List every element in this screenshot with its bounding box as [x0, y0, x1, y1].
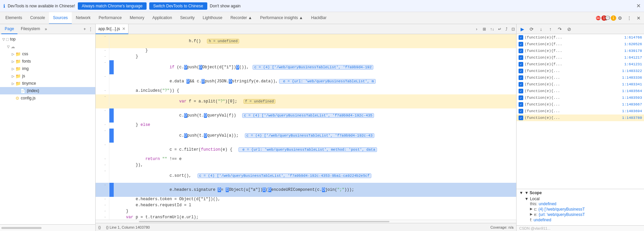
list-item[interactable]: (function(e){f... 1:639178: [517, 48, 644, 54]
scope-var-c[interactable]: ▶ c: (4) ['/web/queryBusinessT: [530, 207, 641, 212]
tab-lighthouse[interactable]: Lighthouse: [199, 12, 226, 24]
tab-memory[interactable]: Memory: [126, 12, 148, 24]
more-editor-options-icon[interactable]: ⊡: [510, 27, 516, 31]
breakpoint-checkbox[interactable]: [519, 75, 523, 80]
breakpoint-checkbox[interactable]: [519, 95, 523, 100]
step-out-button[interactable]: ↑: [546, 25, 555, 33]
jump-to-line-icon[interactable]: ↑↓: [489, 27, 495, 31]
sub-tab-filesystem[interactable]: Filesystem: [17, 24, 43, 34]
breakpoint-checkbox[interactable]: [519, 42, 523, 47]
step-into-button[interactable]: ↓: [537, 25, 545, 33]
tab-performance-insights[interactable]: Performance insights ▲: [256, 12, 307, 24]
line-breakpoint-area[interactable]: [109, 94, 114, 108]
resume-button[interactable]: ▶: [518, 25, 527, 33]
scope-header[interactable]: ▼ ▼ Scope: [519, 190, 641, 195]
add-tab-icon[interactable]: ›: [473, 24, 480, 34]
line-breakpoint-area[interactable]: [109, 54, 114, 60]
list-item[interactable]: (function(e){... 1:1403322: [517, 68, 644, 74]
tab-elements[interactable]: Elements: [1, 12, 26, 24]
tree-item-fonts[interactable]: ▷ 📁 fonts: [0, 58, 95, 65]
tree-item-index[interactable]: 📄 (index): [0, 87, 95, 94]
breakpoint-checkbox[interactable]: [519, 55, 523, 60]
breakpoint-checkbox[interactable]: [519, 109, 523, 113]
breakpoint-checkbox[interactable]: [519, 35, 523, 40]
warning-badge[interactable]: 💬 1: [606, 14, 614, 22]
breakpoint-checkbox[interactable]: [519, 116, 523, 120]
list-item[interactable]: (function(e){... 1:1403336: [517, 74, 644, 81]
settings-icon[interactable]: ⚙: [616, 14, 624, 22]
more-tabs-icon[interactable]: ⋮: [87, 27, 94, 31]
line-breakpoint-area[interactable]: [109, 209, 114, 215]
list-item[interactable]: (function(e){... 1:1403564: [517, 88, 644, 94]
close-devtools-icon[interactable]: ✕: [635, 14, 643, 22]
tab-console[interactable]: Console: [26, 12, 49, 24]
new-snippet-icon[interactable]: +: [82, 27, 87, 31]
breakpoint-checkbox[interactable]: [519, 102, 523, 107]
error-badge[interactable]: ⛔ 1: [597, 14, 605, 22]
line-breakpoint-area[interactable]: [109, 34, 114, 48]
breakpoint-checkbox[interactable]: [519, 89, 523, 93]
tree-item-js[interactable]: ▷ 📁 js: [0, 72, 95, 80]
step-button[interactable]: ↷: [555, 25, 564, 33]
line-breakpoint-area[interactable]: [109, 163, 114, 169]
sub-tab-more-icon[interactable]: »: [43, 27, 48, 31]
line-breakpoint-area[interactable]: [109, 183, 114, 197]
scrollbar-thumb-h[interactable]: [139, 221, 390, 222]
tree-item-css[interactable]: ▷ 📁 css: [0, 50, 95, 58]
horizontal-scrollbar-editor[interactable]: [96, 220, 516, 223]
line-breakpoint-area[interactable]: [109, 123, 114, 129]
dont-show-again-link[interactable]: Don't show again: [210, 4, 241, 8]
tab-performance[interactable]: Performance: [95, 12, 126, 24]
scope-var-e[interactable]: ▶ e: {url: 'web/queryBusinessT: [530, 212, 641, 217]
list-item[interactable]: (function(e){f... 1:620526: [517, 41, 644, 48]
match-language-button[interactable]: Always match Chrome's language: [78, 2, 147, 10]
line-breakpoint-area[interactable]: [109, 203, 114, 209]
list-item[interactable]: (function(e){... 1:1403593: [517, 94, 644, 101]
tree-item-tinymce[interactable]: ▷ 📁 tinymce: [0, 80, 95, 87]
horizontal-scrollbar[interactable]: [1, 227, 42, 229]
list-item[interactable]: (function(e){... 1:1403694: [517, 108, 644, 114]
tab-security[interactable]: Security: [176, 12, 199, 24]
tree-item-top[interactable]: ▽ □ top: [0, 35, 95, 43]
tab-network[interactable]: Network: [72, 12, 95, 24]
line-breakpoint-area[interactable]: [109, 48, 114, 54]
line-breakpoint-area[interactable]: [109, 143, 114, 157]
switch-chinese-button[interactable]: Switch DevTools to Chinese: [149, 2, 207, 10]
line-breakpoint-area[interactable]: [109, 88, 114, 94]
line-breakpoint-area[interactable]: [109, 157, 114, 163]
file-tab-close-icon[interactable]: ✕: [122, 26, 125, 31]
tab-hackbar[interactable]: HackBar: [307, 12, 330, 24]
breakpoint-checkbox[interactable]: [519, 82, 523, 87]
tree-item-configjs[interactable]: ⚙ config.js: [0, 94, 95, 102]
breakpoint-checkbox[interactable]: [519, 49, 523, 53]
tab-sources[interactable]: Sources: [49, 12, 72, 24]
line-breakpoint-area[interactable]: [109, 169, 114, 183]
list-item-selected[interactable]: (function(e){... 1:1403780: [517, 114, 644, 121]
list-item[interactable]: (function(e){f... 1:641217: [517, 54, 644, 61]
notif-close-icon[interactable]: ✕: [636, 3, 641, 9]
more-options-icon[interactable]: ⋮: [625, 14, 633, 22]
tab-recorder[interactable]: Recorder ▲: [226, 12, 256, 24]
line-breakpoint-area[interactable]: [109, 197, 114, 203]
search-in-file-icon[interactable]: ⤴: [504, 27, 509, 31]
list-item[interactable]: (function(e){f... 1:614766: [517, 34, 644, 41]
line-breakpoint-area[interactable]: [109, 108, 114, 123]
tab-application[interactable]: Application: [148, 12, 176, 24]
breakpoint-checkbox[interactable]: [519, 62, 523, 67]
file-tab-appjs[interactable]: app.9c[...].js ✕: [96, 24, 128, 34]
line-breakpoint-area[interactable]: [109, 74, 114, 88]
expand-e-icon[interactable]: ▶: [530, 212, 533, 216]
tree-item-img[interactable]: ▷ 📁 img: [0, 65, 95, 72]
line-breakpoint-area[interactable]: [109, 60, 114, 74]
expand-c-icon[interactable]: ▶: [530, 207, 533, 211]
list-item[interactable]: (function(e){... 1:1403341: [517, 81, 644, 88]
local-scope-header[interactable]: ▼ Local: [525, 197, 641, 201]
code-area[interactable]: - h.f() h = undefined - }: [96, 34, 516, 220]
sub-tab-page[interactable]: Page: [1, 24, 17, 34]
tree-item-domain[interactable]: ▽ ☁: [0, 43, 95, 50]
breakpoint-checkbox[interactable]: [519, 69, 523, 73]
list-item[interactable]: (function(e){... 1:1403667: [517, 101, 644, 108]
line-breakpoint-area[interactable]: [109, 129, 114, 143]
list-item[interactable]: (function(e){f... 1:641231: [517, 61, 644, 68]
format-icon[interactable]: ⊞: [481, 27, 487, 31]
